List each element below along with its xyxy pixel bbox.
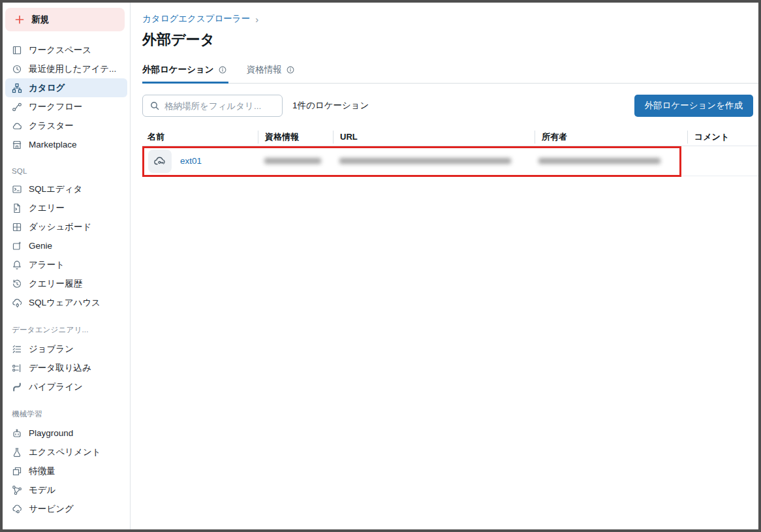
sidebar-section-header: データエンジニアリ...: [3, 325, 130, 335]
sidebar-item-label: エクスペリメント: [29, 446, 101, 458]
sidebar-item-label: クエリー: [29, 202, 65, 214]
sidebar-item[interactable]: 最近使用したアイテ...: [5, 59, 127, 78]
sidebar-item[interactable]: パイプライン: [5, 377, 127, 396]
sidebar-section-header: 機械学習: [3, 409, 130, 419]
sidebar-item[interactable]: ワークフロー: [5, 97, 127, 116]
tab-external-locations-label: 外部ロケーション: [142, 64, 214, 76]
redacted-url-text: [339, 158, 511, 164]
app-window: 新規 ワークスペース最近使用したアイテ...カタログワークフロークラスターMar…: [0, 0, 761, 532]
new-button-label: 新規: [31, 14, 49, 25]
feature-store-icon: [12, 466, 22, 477]
sidebar: 新規 ワークスペース最近使用したアイテ...カタログワークフロークラスターMar…: [3, 3, 131, 529]
sidebar-item-label: Playground: [29, 428, 73, 438]
tab-external-locations[interactable]: 外部ロケーション: [142, 64, 228, 84]
sidebar-item[interactable]: Playground: [5, 424, 127, 443]
model-icon: [12, 485, 22, 495]
table-row[interactable]: ext01: [142, 146, 759, 176]
workflow-icon: [12, 102, 22, 112]
table-header-row: 名前資格情報URL所有者コメント: [142, 129, 759, 146]
sidebar-item-label: パイプライン: [29, 381, 83, 393]
sidebar-item[interactable]: ジョブラン: [5, 339, 127, 358]
workspace-icon: [12, 45, 22, 55]
sidebar-item-label: クラスター: [29, 120, 74, 132]
sidebar-item-label: Marketplace: [29, 140, 77, 149]
genie-icon: [12, 241, 22, 251]
sidebar-item-label: SQLウェアハウス: [29, 297, 101, 309]
external-locations-table: 名前資格情報URL所有者コメント ext01: [142, 129, 759, 176]
filter-input[interactable]: [164, 101, 275, 111]
pipeline-icon: [12, 382, 22, 392]
sidebar-item[interactable]: クラスター: [5, 116, 127, 135]
cloud-icon: [12, 121, 22, 131]
sidebar-item[interactable]: SQLエディタ: [5, 180, 127, 198]
sidebar-item[interactable]: サービング: [5, 499, 127, 518]
sidebar-item-label: SQLエディタ: [29, 183, 82, 195]
cell-comment: [687, 146, 759, 176]
query-file-icon: [12, 203, 22, 213]
job-runs-icon: [12, 344, 22, 354]
column-header-credential: 資格情報: [258, 131, 333, 144]
sidebar-item-label: ダッシュボード: [29, 221, 91, 233]
external-location-cloud-icon: [148, 149, 172, 173]
robot-icon: [12, 428, 22, 439]
history-icon: [12, 279, 22, 289]
create-external-location-button[interactable]: 外部ロケーションを作成: [634, 95, 753, 117]
tab-bar: 外部ロケーション 資格情報: [142, 64, 759, 84]
sidebar-item-label: アラート: [29, 259, 65, 271]
new-button[interactable]: 新規: [5, 8, 125, 31]
dashboard-icon: [12, 222, 22, 232]
tab-credentials[interactable]: 資格情報: [247, 64, 296, 84]
sidebar-item-label: ワークスペース: [29, 44, 91, 56]
storefront-icon: [12, 140, 22, 150]
sidebar-item-label: サービング: [29, 503, 74, 515]
external-location-link[interactable]: ext01: [180, 156, 202, 166]
sidebar-item[interactable]: クエリー: [5, 198, 127, 217]
sidebar-item[interactable]: SQLウェアハウス: [5, 293, 127, 312]
sidebar-item-label: ジョブラン: [29, 343, 74, 355]
redacted-credential-text: [264, 158, 321, 164]
column-header-owner: 所有者: [535, 131, 687, 144]
sidebar-item[interactable]: データ取り込み: [5, 358, 127, 377]
sidebar-item[interactable]: アラート: [5, 255, 127, 274]
info-icon[interactable]: [286, 65, 295, 74]
sidebar-item[interactable]: Marketplace: [5, 135, 127, 154]
chevron-right-icon: ›: [255, 14, 258, 24]
page-title: 外部データ: [142, 30, 758, 50]
sidebar-item[interactable]: Genie: [5, 236, 127, 255]
flask-icon: [12, 447, 22, 458]
sidebar-item-label: ワークフロー: [29, 101, 82, 113]
clock-icon: [12, 64, 22, 74]
sidebar-item[interactable]: クエリー履歴: [5, 274, 127, 293]
column-header-comment: コメント: [687, 131, 759, 144]
sidebar-item[interactable]: ダッシュボード: [5, 217, 127, 236]
sidebar-item-label: Genie: [29, 241, 52, 251]
sql-editor-icon: [12, 184, 22, 195]
serving-icon: [12, 504, 22, 514]
info-icon[interactable]: [218, 65, 227, 74]
sidebar-item-label: クエリー履歴: [29, 278, 82, 290]
main-content: カタログエクスプローラー › 外部データ 外部ロケーション 資格情報: [131, 3, 758, 529]
sidebar-item[interactable]: カタログ: [5, 78, 127, 97]
cell-owner: [535, 146, 687, 176]
sidebar-item-label: 最近使用したアイテ...: [29, 63, 116, 75]
breadcrumb-link-catalog-explorer[interactable]: カタログエクスプローラー: [142, 13, 250, 25]
column-header-name: 名前: [142, 131, 258, 144]
sidebar-item[interactable]: ワークスペース: [5, 40, 127, 59]
cell-url: [333, 146, 535, 176]
bell-icon: [12, 260, 22, 270]
sidebar-item[interactable]: 特徴量: [5, 462, 127, 480]
sidebar-nav: ワークスペース最近使用したアイテ...カタログワークフロークラスターMarket…: [3, 40, 130, 518]
tab-credentials-label: 資格情報: [247, 64, 282, 76]
location-count: 1件のロケーション: [292, 100, 369, 112]
redacted-owner-text: [538, 158, 660, 164]
plus-icon: [14, 14, 25, 25]
filter-search-box[interactable]: [142, 95, 283, 117]
sidebar-item[interactable]: モデル: [5, 480, 127, 499]
breadcrumb: カタログエクスプローラー ›: [131, 3, 758, 25]
cell-credential: [258, 146, 333, 176]
ingestion-icon: [12, 363, 22, 373]
column-header-url: URL: [333, 131, 535, 144]
cell-name: ext01: [142, 146, 258, 176]
catalog-icon: [12, 83, 22, 93]
sidebar-item[interactable]: エクスペリメント: [5, 443, 127, 462]
